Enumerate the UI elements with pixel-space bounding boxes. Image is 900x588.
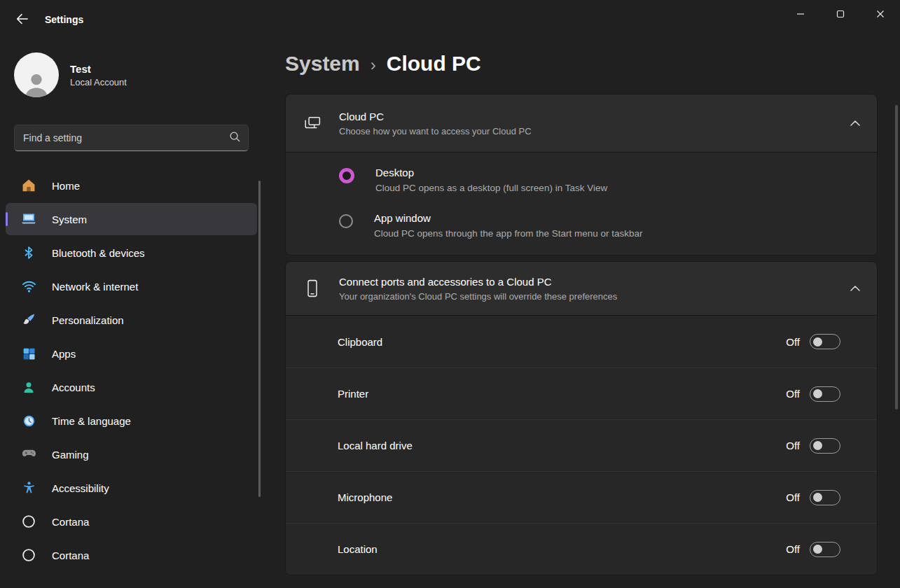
breadcrumb-separator-icon: › [371,55,376,75]
toggle-row-clipboard[interactable]: Clipboard Off [286,316,877,368]
radio-selected-icon[interactable] [339,168,354,183]
sidebar: Test Local Account Home [0,39,263,588]
main-scrollbar[interactable] [895,105,898,410]
option-text: Desktop Cloud PC opens as a desktop (ful… [375,167,607,193]
toggle-row-local-hard-drive[interactable]: Local hard drive Off [286,419,877,471]
ports-title: Connect ports and accessories to a Cloud… [339,276,617,288]
accessibility-icon [20,479,38,496]
radio-option-desktop[interactable]: Desktop Cloud PC opens as a desktop (ful… [286,157,877,202]
sidebar-item-bluetooth-devices[interactable]: Bluetooth & devices [6,237,257,269]
settings-window: Settings Test Local Account [0,0,900,588]
option-text: App window Cloud PC opens through the ap… [374,212,642,239]
cloud-pc-title: Cloud PC [339,111,532,122]
window-controls [780,0,900,29]
sidebar-item-cortana[interactable]: Cortana [6,505,257,538]
network-icon [20,278,38,295]
sidebar-item-label: Personalization [52,314,124,326]
toggle-state-text: Off [786,388,800,400]
toggle-label: Clipboard [338,336,786,348]
minimize-icon [796,9,805,21]
local-hard-drive-toggle[interactable] [810,438,840,454]
printer-toggle[interactable] [810,386,840,402]
sidebar-item-label: Bluetooth & devices [52,247,145,259]
sidebar-item-apps[interactable]: Apps [6,337,257,370]
location-toggle[interactable] [810,542,840,557]
option-description: Cloud PC opens as a desktop (full screen… [375,183,607,193]
toggle-knob [813,545,822,554]
sidebar-item-gaming[interactable]: Gaming [6,438,257,470]
back-arrow-icon [15,12,29,28]
device-icon [300,279,325,298]
user-account-type: Local Account [70,77,127,88]
sidebar-item-label: Gaming [52,449,89,461]
breadcrumb-system[interactable]: System [285,52,360,76]
chevron-up-icon[interactable] [850,120,860,126]
close-icon [875,9,885,21]
sidebar-item-label: Accessibility [52,482,109,494]
toggle-knob [813,337,822,346]
main-content: System › Cloud PC Cloud PC Choose how yo… [263,39,900,588]
toggle-row-printer[interactable]: Printer Off [286,368,877,419]
maximize-icon [836,9,845,21]
minimize-button[interactable] [780,0,820,29]
window-body: Test Local Account Home [0,39,900,588]
toggle-label: Microphone [338,491,786,503]
sidebar-item-personalization[interactable]: Personalization [6,304,257,336]
sidebar-item-cortana-2[interactable]: Cortana [6,539,257,571]
search-box [14,125,249,151]
search-input[interactable] [23,132,228,144]
chevron-up-icon[interactable] [850,286,860,291]
maximize-button[interactable] [820,0,860,29]
sidebar-item-network-internet[interactable]: Network & internet [6,270,257,302]
cloud-pc-options: Desktop Cloud PC opens as a desktop (ful… [286,152,877,255]
user-text: Test Local Account [70,63,127,88]
toggle-row-location[interactable]: Location Off [286,523,877,575]
toggle-state-text: Off [786,491,800,503]
window-title: Settings [45,14,83,25]
sidebar-item-accessibility[interactable]: Accessibility [6,472,257,504]
sidebar-item-label: Time & language [52,415,131,427]
option-label: App window [374,212,642,224]
cloud-pc-expander[interactable]: Cloud PC Choose how you want to access y… [286,94,877,152]
breadcrumb: System › Cloud PC [285,52,878,76]
sidebar-item-system[interactable]: System [6,203,257,235]
sidebar-item-time-language[interactable]: Time & language [6,405,257,437]
toggle-label: Location [338,543,786,555]
home-icon [20,177,38,194]
toggle-state-text: Off [786,440,800,451]
user-account[interactable]: Test Local Account [14,52,249,98]
radio-option-app-window[interactable]: App window Cloud PC opens through the ap… [286,202,877,248]
option-label: Desktop [375,167,607,178]
microphone-toggle[interactable] [810,490,840,505]
ports-toggle-list: Clipboard Off Printer Off Local hard dri… [286,315,877,575]
sidebar-item-label: Network & internet [52,281,138,293]
cortana-icon [20,547,38,564]
selected-indicator [6,212,8,226]
close-button[interactable] [860,0,900,29]
clipboard-toggle[interactable] [810,334,840,349]
toggle-knob [813,389,822,398]
sidebar-item-home[interactable]: Home [6,169,257,202]
sidebar-item-label: System [52,214,87,225]
apps-icon [20,345,38,362]
sidebar-nav: Home System Bluetooth & devices [0,169,263,571]
page-title: Cloud PC [387,52,481,76]
toggle-state-text: Off [786,336,800,348]
sidebar-item-label: Cortana [52,516,89,528]
sidebar-item-label: Accounts [52,382,95,393]
sidebar-item-accounts[interactable]: Accounts [6,371,257,403]
sidebar-item-label: Home [52,180,80,192]
ports-expander[interactable]: Connect ports and accessories to a Cloud… [286,262,877,315]
sidebar-item-label: Cortana [52,550,89,561]
sidebar-scrollbar[interactable] [258,181,261,497]
bluetooth-icon [20,244,38,261]
personalization-icon [20,312,38,328]
gaming-icon [20,446,38,463]
cortana-icon [20,513,38,530]
ports-subtitle: Your organization's Cloud PC settings wi… [339,291,617,302]
toggle-row-microphone[interactable]: Microphone Off [286,471,877,523]
search-icon[interactable] [228,130,241,146]
ports-card: Connect ports and accessories to a Cloud… [285,261,878,575]
back-button[interactable] [8,8,35,31]
radio-unselected-icon[interactable] [339,214,353,228]
